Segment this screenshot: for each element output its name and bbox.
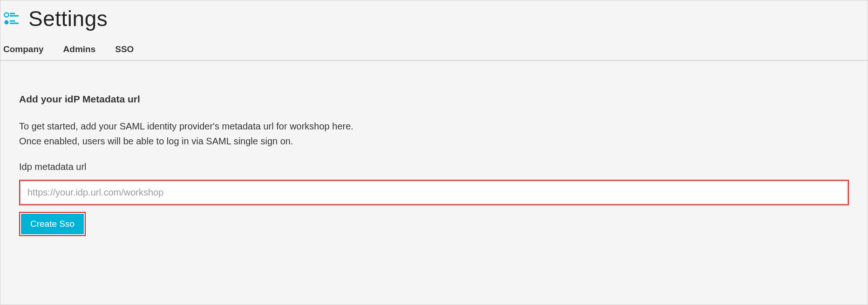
title-row: Settings <box>3 6 865 31</box>
svg-point-3 <box>5 20 9 25</box>
sso-description-line1: To get started, add your SAML identity p… <box>19 119 849 134</box>
sso-description-line2: Once enabled, users will be able to log … <box>19 134 849 149</box>
page-header: Settings Company Admins SSO <box>0 0 868 60</box>
tab-company[interactable]: Company <box>3 44 44 60</box>
svg-point-0 <box>5 13 9 17</box>
sso-description: To get started, add your SAML identity p… <box>19 119 849 149</box>
idp-url-label: Idp metadata url <box>19 162 849 172</box>
settings-icon <box>3 10 20 27</box>
create-sso-button-highlight: Create Sso <box>19 212 86 236</box>
sso-heading: Add your idP Metadata url <box>19 94 849 105</box>
create-sso-button[interactable]: Create Sso <box>21 214 84 234</box>
tab-admins[interactable]: Admins <box>63 44 96 60</box>
idp-url-input[interactable] <box>20 181 848 204</box>
sso-content: Add your idP Metadata url To get started… <box>0 61 868 255</box>
tab-sso[interactable]: SSO <box>115 44 134 60</box>
page-title: Settings <box>28 6 108 31</box>
idp-url-input-highlight <box>19 180 849 205</box>
tabs-row: Company Admins SSO <box>3 44 865 60</box>
